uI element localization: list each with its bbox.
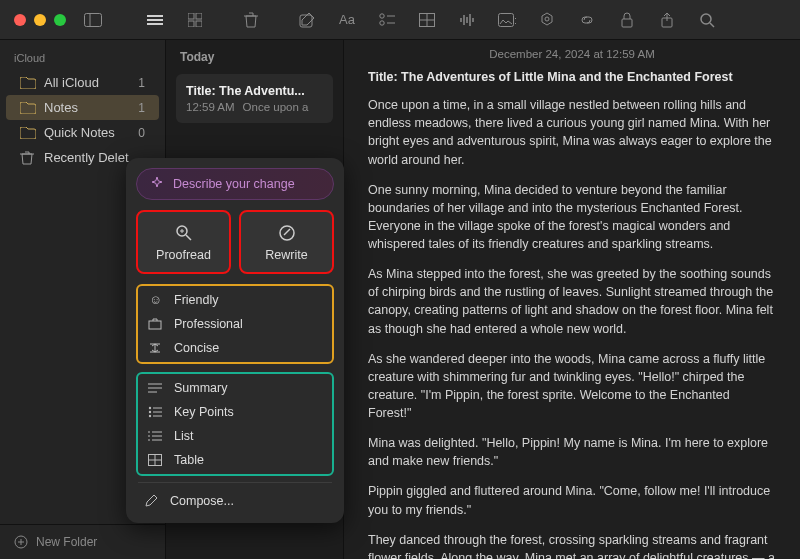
section-label: iCloud — [0, 50, 165, 70]
tone-group: ☺ Friendly Professional Concise — [136, 284, 334, 364]
toolbar: Aa — [146, 11, 716, 29]
rewrite-label: Rewrite — [265, 248, 307, 262]
svg-point-42 — [149, 411, 151, 413]
transform-label: Table — [174, 453, 204, 467]
briefcase-icon — [148, 318, 164, 330]
svg-line-27 — [710, 23, 714, 27]
keypoints-icon — [148, 406, 164, 418]
svg-point-23 — [545, 17, 549, 21]
transform-table[interactable]: Table — [140, 448, 330, 472]
audio-icon[interactable] — [458, 11, 476, 29]
note-meta: 12:59 AM Once upon a — [186, 101, 323, 113]
sparkle-icon — [149, 176, 165, 192]
rewrite-button[interactable]: Rewrite — [239, 210, 334, 274]
folder-icon — [20, 77, 36, 89]
prompt-placeholder: Describe your change — [173, 177, 295, 191]
compose-icon[interactable] — [298, 11, 316, 29]
list-date-header: Today — [166, 40, 343, 74]
svg-rect-24 — [622, 19, 632, 27]
titlebar: Aa — [0, 0, 800, 40]
lock-icon[interactable] — [618, 11, 636, 29]
paragraph: Once upon a time, in a small village nes… — [368, 96, 776, 169]
concise-icon — [148, 342, 164, 354]
list-icon — [148, 430, 164, 442]
rewrite-icon — [278, 224, 296, 242]
transform-label: Summary — [174, 381, 227, 395]
window-controls — [14, 14, 66, 26]
magnify-icon — [175, 224, 193, 242]
transform-label: List — [174, 429, 193, 443]
plus-icon — [14, 535, 28, 549]
share-icon[interactable] — [658, 11, 676, 29]
ai-tools-icon[interactable] — [538, 11, 556, 29]
trash-icon[interactable] — [242, 11, 260, 29]
maximize-window-button[interactable] — [54, 14, 66, 26]
paragraph: As she wandered deeper into the woods, M… — [368, 350, 776, 423]
transform-summary[interactable]: Summary — [140, 376, 330, 400]
prompt-input[interactable]: Describe your change — [136, 168, 334, 200]
smile-icon: ☺ — [148, 293, 164, 307]
svg-rect-22 — [499, 13, 514, 26]
primary-actions: Proofread Rewrite — [136, 210, 334, 274]
tone-friendly[interactable]: ☺ Friendly — [140, 288, 330, 312]
main: iCloud All iCloud 1 Notes 1 Quick Notes … — [0, 40, 800, 559]
folder-icon — [20, 127, 36, 139]
svg-rect-0 — [85, 13, 102, 26]
folder-all-icloud[interactable]: All iCloud 1 — [6, 70, 159, 95]
transform-label: Key Points — [174, 405, 234, 419]
tone-label: Professional — [174, 317, 243, 331]
note-title: Title: The Adventu... — [186, 84, 323, 98]
tone-concise[interactable]: Concise — [140, 336, 330, 360]
content-title: Title: The Adventures of Little Mina and… — [368, 68, 776, 86]
paragraph: As Mina stepped into the forest, she was… — [368, 265, 776, 338]
pencil-icon — [144, 494, 160, 508]
link-icon[interactable] — [578, 11, 596, 29]
folder-count: 0 — [138, 126, 145, 140]
folder-quick-notes[interactable]: Quick Notes 0 — [6, 120, 159, 145]
proofread-label: Proofread — [156, 248, 211, 262]
media-icon[interactable] — [498, 11, 516, 29]
list-view-icon[interactable] — [146, 11, 164, 29]
checklist-icon[interactable] — [378, 11, 396, 29]
folder-count: 1 — [138, 76, 145, 90]
table-icon[interactable] — [418, 11, 436, 29]
svg-rect-8 — [196, 21, 202, 27]
paragraph: They danced through the forest, crossing… — [368, 531, 776, 559]
transform-key-points[interactable]: Key Points — [140, 400, 330, 424]
svg-point-12 — [380, 20, 384, 24]
svg-rect-36 — [149, 321, 161, 329]
svg-point-40 — [149, 407, 151, 409]
svg-point-26 — [701, 14, 711, 24]
folder-name: All iCloud — [44, 75, 99, 90]
paragraph: One sunny morning, Mina decided to ventu… — [368, 181, 776, 254]
note-list-item[interactable]: Title: The Adventu... 12:59 AM Once upon… — [176, 74, 333, 123]
compose-item[interactable]: Compose... — [136, 489, 334, 513]
note-content: December 24, 2024 at 12:59 AM Title: The… — [344, 40, 800, 559]
new-folder-button[interactable]: New Folder — [0, 524, 165, 559]
trash-icon — [20, 151, 36, 165]
proofread-button[interactable]: Proofread — [136, 210, 231, 274]
writing-tools-popover: Describe your change Proofread Rewrite ☺… — [126, 158, 344, 523]
minimize-window-button[interactable] — [34, 14, 46, 26]
search-icon[interactable] — [698, 11, 716, 29]
font-icon[interactable]: Aa — [338, 11, 356, 29]
folder-notes[interactable]: Notes 1 — [6, 95, 159, 120]
folder-icon — [20, 102, 36, 114]
grid-view-icon[interactable] — [186, 11, 204, 29]
transform-list[interactable]: List — [140, 424, 330, 448]
svg-point-10 — [380, 13, 384, 17]
content-date: December 24, 2024 at 12:59 AM — [344, 40, 800, 66]
editor[interactable]: Title: The Adventures of Little Mina and… — [344, 66, 800, 559]
tone-professional[interactable]: Professional — [140, 312, 330, 336]
toggle-sidebar-button[interactable] — [84, 13, 102, 27]
paragraph: Mina was delighted. "Hello, Pippin! My n… — [368, 434, 776, 470]
folder-name: Quick Notes — [44, 125, 115, 140]
close-window-button[interactable] — [14, 14, 26, 26]
transform-group: Summary Key Points List Table — [136, 372, 334, 476]
svg-rect-5 — [188, 13, 194, 19]
svg-rect-7 — [188, 21, 194, 27]
paragraph: Pippin giggled and fluttered around Mina… — [368, 482, 776, 518]
note-preview: Once upon a — [243, 101, 309, 113]
divider — [138, 482, 332, 483]
summary-icon — [148, 382, 164, 394]
